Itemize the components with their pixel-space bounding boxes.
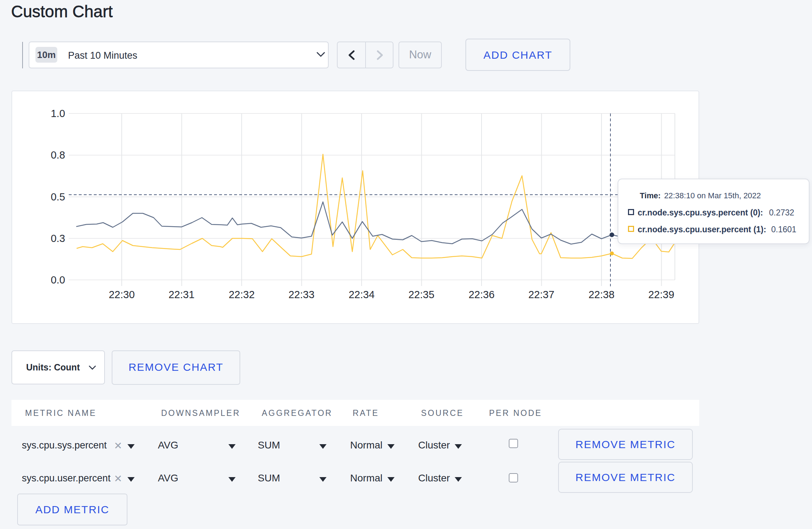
svg-text:22:39: 22:39 bbox=[648, 289, 675, 300]
svg-text:22:37: 22:37 bbox=[528, 289, 555, 300]
svg-text:22:30: 22:30 bbox=[109, 289, 135, 300]
svg-text:22:36: 22:36 bbox=[469, 289, 495, 300]
svg-text:0.8: 0.8 bbox=[51, 149, 65, 161]
svg-text:22:31: 22:31 bbox=[169, 289, 195, 300]
svg-text:0.0: 0.0 bbox=[51, 274, 65, 286]
svg-text:22:35: 22:35 bbox=[409, 289, 435, 300]
svg-text:1.0: 1.0 bbox=[51, 108, 65, 119]
svg-text:0.3: 0.3 bbox=[51, 233, 65, 244]
svg-text:22:32: 22:32 bbox=[229, 289, 255, 300]
svg-text:0.5: 0.5 bbox=[51, 191, 65, 203]
svg-text:22:33: 22:33 bbox=[289, 289, 315, 300]
svg-text:22:34: 22:34 bbox=[349, 289, 375, 300]
svg-text:22:38: 22:38 bbox=[589, 289, 615, 300]
